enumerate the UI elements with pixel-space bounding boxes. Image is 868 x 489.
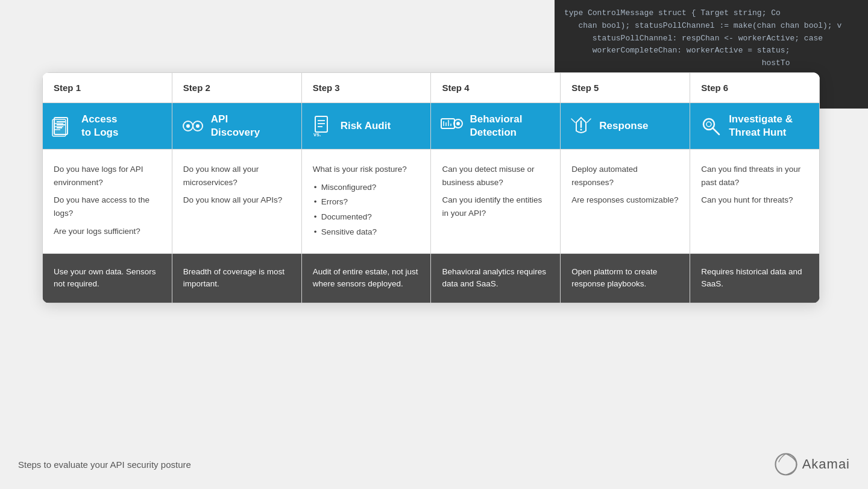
step2-title-cell: APIDiscovery [172,103,301,150]
step6-header: Step 6 [690,73,820,103]
logs-icon [51,114,75,138]
step3-summary: Audit of entire estate, not just where s… [301,254,431,303]
detection-icon [439,114,464,138]
svg-point-11 [196,124,200,128]
svg-point-25 [580,129,582,131]
step1-summary: Use your own data. Sensors not required. [43,254,172,303]
svg-rect-12 [315,116,327,132]
step4-title: BehavioralDetection [470,113,522,139]
svg-line-27 [587,119,591,122]
step5-title: Response [599,119,648,133]
header-row: Step 1 Step 2 Step 3 Step 4 Step 5 Step … [43,73,820,103]
investigate-icon [699,114,723,138]
step1-title-cell: Accessto Logs [43,103,172,150]
step2-header: Step 2 [172,73,301,103]
svg-text:vs.: vs. [313,131,321,137]
step1-title: Accessto Logs [81,113,118,139]
questions-row: Do you have logs for API environment? Do… [43,150,820,254]
step6-title-cell: Investigate &Threat Hunt [690,103,820,150]
title-row: Accessto Logs APIDiscover [43,103,820,150]
step6-questions: Can you find threats in your past data? … [690,150,820,254]
step2-questions: Do you know all your microservices? Do y… [172,150,301,254]
step5-summary: Open plattorm to create response playboo… [561,254,690,303]
step5-title-cell: Response [561,103,690,150]
api-icon [181,114,205,138]
audit-icon: vs. [310,114,335,138]
step3-header: Step 3 [301,73,431,103]
step1-header: Step 1 [43,73,172,103]
svg-line-26 [571,119,575,122]
step5-questions: Deploy automated responses? Are response… [561,150,690,254]
step2-title: APIDiscovery [211,113,260,139]
step3-bullets: Misconfigured? Errors? Documented? Sensi… [313,181,420,238]
step3-title-cell: vs. Risk Audit [301,103,431,150]
bullet-item: Sensitive data? [313,226,420,239]
response-icon [569,114,593,138]
svg-point-30 [706,122,711,127]
svg-line-29 [712,128,719,134]
step3-questions: What is your risk posture? Misconfigured… [301,150,431,254]
step6-summary: Requires historical data and SaaS. [690,254,820,303]
step4-questions: Can you detect misuse or business abuse?… [431,150,561,254]
step5-header: Step 5 [561,73,690,103]
caption: Steps to evaluate your API security post… [18,459,191,470]
bullet-item: Misconfigured? [313,181,420,194]
step6-title: Investigate &Threat Hunt [729,113,793,139]
step1-questions: Do you have logs for API environment? Do… [43,150,172,254]
step3-title: Risk Audit [341,119,391,133]
bottom-bar: Steps to evaluate your API security post… [18,452,850,477]
summary-row: Use your own data. Sensors not required.… [43,254,820,303]
bullet-item: Errors? [313,195,420,209]
svg-point-10 [186,124,190,128]
akamai-logo-text: Akamai [802,456,850,472]
akamai-logo-icon [773,452,799,477]
svg-rect-4 [52,119,66,136]
step4-header: Step 4 [431,73,561,103]
bullet-item: Documented? [313,210,420,224]
steps-table: Step 1 Step 2 Step 3 Step 4 Step 5 Step … [42,72,820,303]
svg-point-23 [456,122,460,125]
step2-summary: Breadth of coverage is most important. [172,254,301,303]
akamai-logo: Akamai [773,452,850,477]
step4-summary: Behavioral analytics requires data and S… [431,254,561,303]
step4-title-cell: BehavioralDetection [431,103,561,150]
main-card: Step 1 Step 2 Step 3 Step 4 Step 5 Step … [42,72,820,303]
